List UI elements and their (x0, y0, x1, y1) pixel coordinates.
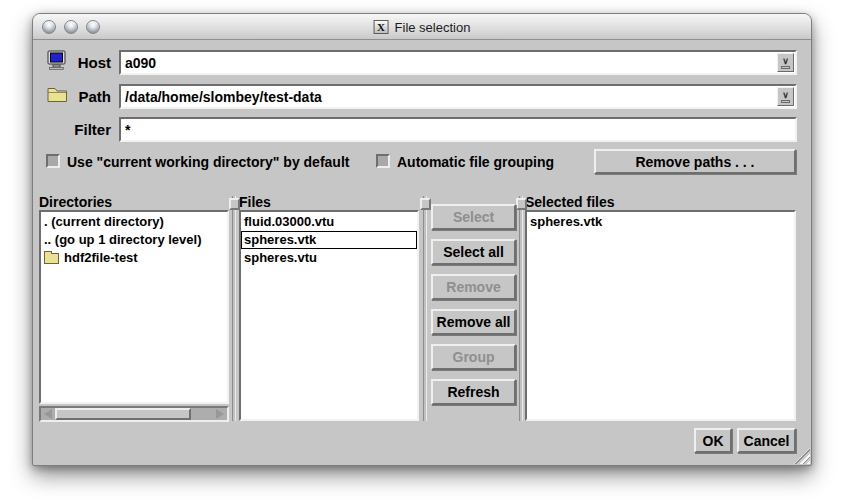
directory-list-item[interactable]: .. (go up 1 directory level) (41, 231, 227, 249)
selected-file-list-item[interactable]: spheres.vtk (527, 213, 794, 231)
cwd-checkbox-label: Use "current working directory" by defau… (67, 154, 349, 170)
dropdown-bar-icon (781, 100, 790, 103)
path-field: ∨ (119, 84, 797, 109)
selected-file-name: spheres.vtk (530, 213, 602, 231)
zoom-button[interactable] (86, 20, 100, 34)
action-button-label: Select (453, 209, 494, 225)
host-input[interactable] (121, 52, 795, 73)
file-name: spheres.vtk (244, 231, 316, 249)
selected-files-list[interactable]: spheres.vtk (525, 210, 796, 421)
action-button-label: Select all (443, 244, 504, 260)
x11-icon: X (374, 20, 389, 34)
directory-list-item[interactable]: . (current directory) (41, 213, 227, 231)
scrollbar-track[interactable] (55, 408, 213, 420)
group-button: Group (431, 344, 516, 370)
sash-handle[interactable] (229, 198, 240, 210)
directory-name: hdf2file-test (64, 249, 138, 267)
select-button: Select (431, 204, 516, 230)
selected-files-pane-label: Selected files (525, 194, 615, 210)
cwd-checkbox[interactable] (46, 154, 60, 168)
scrollbar-thumb[interactable] (55, 408, 191, 420)
host-dropdown-button[interactable]: ∨ (777, 53, 794, 72)
minimize-button[interactable] (64, 20, 78, 34)
chevron-down-icon: ∨ (782, 57, 789, 65)
file-name: spheres.vtu (244, 249, 317, 267)
refresh-button[interactable]: Refresh (431, 379, 516, 405)
action-button-label: Remove (446, 279, 500, 295)
filter-field (119, 117, 797, 142)
files-list[interactable]: fluid.03000.vtu spheres.vtk spheres.vtu (239, 210, 419, 421)
dropdown-bar-icon (781, 66, 790, 69)
file-list-item[interactable]: spheres.vtu (241, 249, 417, 267)
file-grouping-checkbox[interactable] (376, 154, 390, 168)
folder-icon (44, 253, 59, 264)
files-pane-label: Files (239, 194, 271, 210)
file-list-item[interactable]: fluid.03000.vtu (241, 213, 417, 231)
path-label: Path (39, 88, 111, 105)
pane-sash[interactable] (423, 196, 427, 421)
pane-sash[interactable] (519, 196, 523, 421)
file-name: fluid.03000.vtu (244, 213, 334, 231)
pane-sash[interactable] (232, 196, 236, 421)
cancel-button[interactable]: Cancel (737, 428, 796, 453)
path-input[interactable] (121, 86, 795, 107)
scroll-right-arrow[interactable] (213, 408, 227, 420)
directory-list-item[interactable]: hdf2file-test (41, 249, 227, 267)
scroll-left-arrow[interactable] (41, 408, 55, 420)
directory-name: . (current directory) (44, 213, 164, 231)
title-area: X File selection (374, 14, 471, 40)
resize-grip[interactable] (794, 448, 810, 464)
host-label: Host (39, 54, 111, 71)
filter-label: Filter (39, 121, 111, 138)
sash-handle[interactable] (516, 198, 527, 210)
select-all-button[interactable]: Select all (431, 239, 516, 265)
directories-list[interactable]: . (current directory) .. (go up 1 direct… (39, 210, 229, 404)
filter-input[interactable] (121, 119, 795, 140)
remove-paths-button[interactable]: Remove paths . . . (594, 149, 796, 174)
left-triangle-icon (44, 409, 52, 419)
remove-button: Remove (431, 274, 516, 300)
action-button-label: Refresh (447, 384, 499, 400)
file-list-item[interactable]: spheres.vtk (241, 231, 417, 249)
directories-pane-label: Directories (39, 194, 112, 210)
path-dropdown-button[interactable]: ∨ (777, 87, 794, 106)
file-grouping-checkbox-label: Automatic file grouping (397, 154, 554, 170)
action-buttons: Select Select all Remove Remove all Grou… (431, 204, 516, 414)
action-button-label: Remove all (437, 314, 511, 330)
sash-handle[interactable] (420, 198, 431, 210)
close-button[interactable] (42, 20, 56, 34)
window-title: File selection (395, 20, 471, 35)
host-field: ∨ (119, 50, 797, 75)
chevron-down-icon: ∨ (782, 91, 789, 99)
action-button-label: Group (453, 349, 495, 365)
window-controls (42, 20, 100, 34)
directories-horizontal-scrollbar[interactable] (39, 406, 229, 422)
directory-name: .. (go up 1 directory level) (44, 231, 201, 249)
file-selection-window: X File selection Host ∨ Path ∨ (32, 13, 812, 466)
remove-all-button[interactable]: Remove all (431, 309, 516, 335)
titlebar[interactable]: X File selection (33, 14, 811, 40)
right-triangle-icon (216, 409, 224, 419)
ok-button[interactable]: OK (694, 428, 732, 453)
